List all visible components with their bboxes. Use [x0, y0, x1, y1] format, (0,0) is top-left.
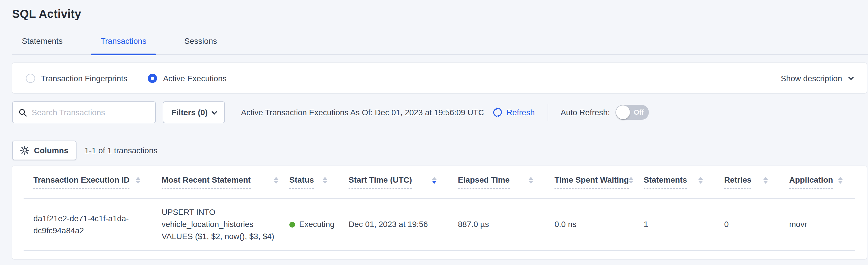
refresh-icon	[492, 107, 502, 117]
filters-button[interactable]: Filters (0)	[163, 101, 225, 123]
table-toolbar: Columns 1-1 of 1 transactions	[12, 140, 868, 160]
tab-transactions[interactable]: Transactions	[91, 36, 156, 54]
toggle-knob[interactable]	[616, 105, 630, 119]
sort-icon-active-desc[interactable]	[432, 177, 437, 184]
cell-elapsed-time: 887.0 µs	[448, 218, 545, 231]
cell-most-recent-statement: UPSERT INTO vehicle_location_histories V…	[152, 206, 280, 242]
cell-status: Executing	[280, 218, 339, 231]
column-header-start-time[interactable]: Start Time (UTC)	[339, 175, 448, 189]
column-header-elapsed-time[interactable]: Elapsed Time	[448, 175, 545, 189]
chevron-down-icon	[848, 74, 854, 80]
search-icon	[19, 108, 27, 117]
as-of-timestamp: Active Transaction Executions As Of: Dec…	[241, 108, 484, 117]
show-description-toggle[interactable]: Show description	[781, 74, 853, 83]
gear-icon	[20, 146, 29, 155]
vertical-divider	[547, 104, 548, 121]
table-header-row: Transaction Execution ID Most Recent Sta…	[24, 166, 855, 199]
refresh-label: Refresh	[506, 108, 535, 117]
page-title: SQL Activity	[12, 0, 868, 21]
radio-active-executions[interactable]: Active Executions	[148, 74, 227, 83]
column-header-transaction-execution-id[interactable]: Transaction Execution ID	[24, 175, 152, 189]
column-header-application[interactable]: Application	[779, 175, 854, 189]
auto-refresh-toggle[interactable]: Off	[616, 105, 649, 120]
executing-status-icon	[289, 221, 295, 227]
radio-unselected-icon[interactable]	[26, 74, 35, 83]
column-header-statements[interactable]: Statements	[634, 175, 714, 189]
columns-button-label: Columns	[34, 146, 68, 155]
tab-bar: Statements Transactions Sessions	[12, 36, 868, 55]
filters-label: Filters (0)	[172, 108, 208, 117]
radio-selected-icon[interactable]	[148, 74, 157, 83]
column-header-time-spent-waiting[interactable]: Time Spent Waiting	[545, 175, 634, 189]
column-header-most-recent-statement[interactable]: Most Recent Statement	[152, 175, 280, 189]
radio-label: Transaction Fingerprints	[41, 74, 127, 83]
sort-icon[interactable]	[629, 177, 633, 184]
columns-button[interactable]: Columns	[12, 140, 76, 160]
radio-label: Active Executions	[163, 74, 227, 83]
view-mode-card: Transaction Fingerprints Active Executio…	[12, 63, 867, 93]
tab-statements[interactable]: Statements	[12, 36, 72, 54]
column-header-status[interactable]: Status	[280, 175, 339, 189]
status-label: Executing	[299, 218, 335, 231]
cell-statements: 1	[634, 218, 714, 231]
result-count: 1-1 of 1 transactions	[85, 146, 158, 155]
search-box[interactable]	[12, 101, 156, 123]
transactions-table: Transaction Execution ID Most Recent Sta…	[12, 166, 867, 259]
tab-sessions[interactable]: Sessions	[175, 36, 227, 54]
sort-icon[interactable]	[529, 177, 533, 184]
cell-time-spent-waiting: 0.0 ns	[545, 218, 634, 231]
toggle-state-label: Off	[634, 108, 644, 116]
show-description-label: Show description	[781, 74, 842, 83]
cell-retries: 0	[714, 218, 779, 231]
column-header-retries[interactable]: Retries	[714, 175, 779, 189]
sort-icon[interactable]	[763, 177, 768, 184]
sql-activity-page: SQL Activity Statements Transactions Ses…	[0, 0, 868, 265]
cell-application: movr	[779, 218, 854, 231]
cell-transaction-execution-id: da1f21e2-de71-4c1f-a1da-dc9fc94a84a2	[24, 212, 152, 237]
auto-refresh-label: Auto Refresh:	[561, 108, 610, 117]
sort-icon[interactable]	[838, 177, 843, 184]
chevron-down-icon	[211, 109, 217, 114]
refresh-button[interactable]: Refresh	[492, 107, 535, 117]
sort-icon[interactable]	[698, 177, 703, 184]
table-row: da1f21e2-de71-4c1f-a1da-dc9fc94a84a2 UPS…	[24, 199, 855, 250]
search-input[interactable]	[32, 108, 150, 117]
sort-icon[interactable]	[274, 177, 278, 184]
cell-start-time: Dec 01, 2023 at 19:56	[339, 218, 448, 231]
radio-transaction-fingerprints[interactable]: Transaction Fingerprints	[26, 74, 127, 83]
sort-icon[interactable]	[136, 177, 141, 184]
sort-icon[interactable]	[323, 177, 327, 184]
controls-row: Filters (0) Active Transaction Execution…	[12, 101, 868, 123]
